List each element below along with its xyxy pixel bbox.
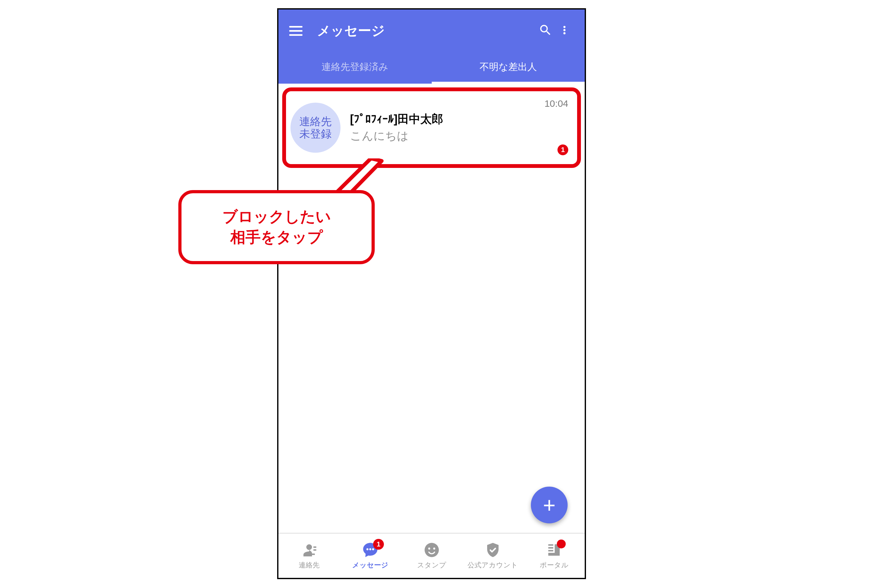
contacts-icon bbox=[301, 542, 318, 558]
unread-badge: 1 bbox=[557, 144, 568, 155]
nav-stamps[interactable]: スタンプ bbox=[401, 534, 462, 578]
callout-line1: ブロックしたい bbox=[199, 207, 354, 227]
compose-button[interactable]: + bbox=[531, 487, 568, 524]
search-icon[interactable] bbox=[536, 23, 555, 38]
portal-icon bbox=[545, 542, 563, 558]
nav-portal[interactable]: ポータル bbox=[524, 534, 585, 578]
svg-point-8 bbox=[433, 548, 435, 549]
conversation-item[interactable]: 連絡先 未登録 [ﾌﾟﾛﾌｨｰﾙ]田中太郎 こんにちは 10:04 1 bbox=[282, 87, 581, 168]
header-title: メッセージ bbox=[317, 22, 536, 40]
menu-icon[interactable] bbox=[289, 24, 303, 38]
stamps-icon bbox=[423, 542, 440, 558]
nav-contacts[interactable]: 連絡先 bbox=[279, 534, 340, 578]
svg-point-7 bbox=[428, 548, 430, 549]
nav-official[interactable]: 公式アカウント bbox=[462, 534, 523, 578]
svg-point-1 bbox=[563, 29, 566, 32]
nav-messages[interactable]: 1 メッセージ bbox=[340, 534, 401, 578]
nav-official-label: 公式アカウント bbox=[467, 560, 518, 570]
avatar-unregistered: 連絡先 未登録 bbox=[291, 103, 340, 153]
svg-point-6 bbox=[424, 543, 439, 557]
nav-portal-badge bbox=[557, 540, 566, 548]
conversation-name: [ﾌﾟﾛﾌｨｰﾙ]田中太郎 bbox=[350, 111, 544, 127]
app-header: メッセージ bbox=[279, 9, 585, 52]
avatar-text-line1: 連絡先 bbox=[299, 116, 332, 128]
callout-line2: 相手をタップ bbox=[199, 227, 354, 248]
official-icon bbox=[484, 542, 501, 558]
nav-portal-label: ポータル bbox=[540, 560, 569, 570]
nav-contacts-label: 連絡先 bbox=[299, 560, 320, 570]
conversation-snippet: こんにちは bbox=[350, 128, 544, 144]
svg-point-4 bbox=[369, 548, 371, 550]
tab-unknown[interactable]: 不明な差出人 bbox=[432, 52, 585, 84]
svg-point-0 bbox=[563, 26, 566, 28]
phone-frame: メッセージ 連絡先登録済み 不明な差出人 連絡先 未登録 [ﾌﾟﾛﾌｨｰﾙ]田中… bbox=[277, 8, 586, 579]
tab-registered[interactable]: 連絡先登録済み bbox=[279, 52, 432, 84]
messages-icon: 1 bbox=[362, 542, 379, 558]
plus-icon: + bbox=[543, 494, 556, 516]
avatar-text-line2: 未登録 bbox=[299, 128, 332, 140]
nav-messages-label: メッセージ bbox=[352, 560, 388, 570]
nav-stamps-label: スタンプ bbox=[417, 560, 446, 570]
tabs: 連絡先登録済み 不明な差出人 bbox=[279, 52, 585, 84]
svg-point-5 bbox=[372, 548, 374, 550]
conversation-time: 10:04 bbox=[544, 98, 568, 109]
conversation-list: 連絡先 未登録 [ﾌﾟﾛﾌｨｰﾙ]田中太郎 こんにちは 10:04 1 + bbox=[279, 84, 585, 578]
nav-messages-badge: 1 bbox=[373, 539, 384, 550]
svg-point-3 bbox=[367, 548, 369, 550]
bottom-nav: 連絡先 1 メッセージ スタンプ 公式アカウント bbox=[279, 533, 585, 578]
instruction-callout: ブロックしたい 相手をタップ bbox=[178, 190, 375, 264]
svg-point-2 bbox=[563, 32, 566, 34]
more-icon[interactable] bbox=[555, 23, 574, 38]
